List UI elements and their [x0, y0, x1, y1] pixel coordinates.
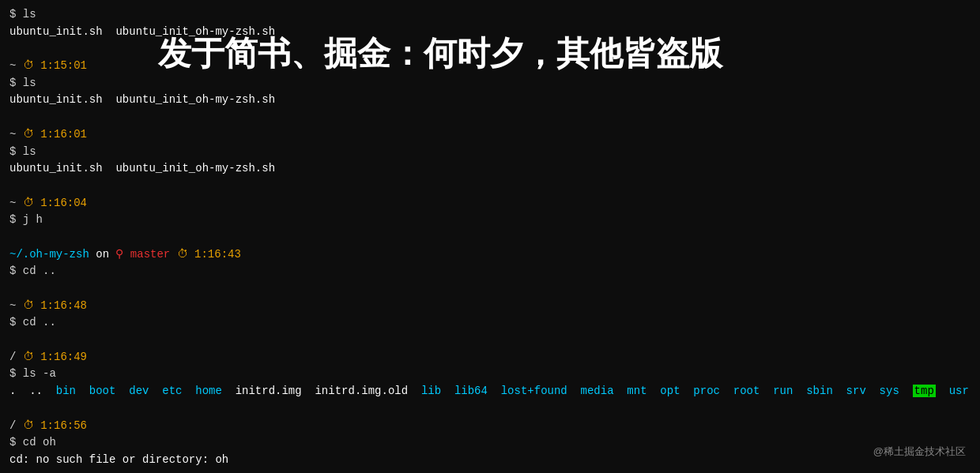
line-8: ubuntu_init.sh ubuntu_init_oh-my-zsh.sh — [9, 160, 971, 178]
line-blank-7 — [9, 400, 971, 418]
line-17: . .. bin boot dev etc home initrd.img in… — [9, 383, 971, 400]
line-blank-5 — [9, 280, 971, 298]
line-14: $ cd .. — [9, 314, 971, 332]
line-20: cd: no such file or directory: oh — [9, 452, 971, 469]
line-11: ~/.oh-my-zsh on ⚲ master ⏱ 1:16:43 — [9, 246, 971, 264]
line-blank-2 — [9, 109, 971, 126]
line-1: $ ls — [9, 6, 971, 24]
line-blank-3 — [9, 178, 971, 195]
line-4: $ ls — [9, 75, 971, 92]
line-6: ~ ⏱ 1:16:01 — [9, 126, 971, 144]
watermark: @稀土掘金技术社区 — [873, 445, 966, 459]
line-19: $ cd oh — [9, 434, 971, 452]
line-15: / ⏱ 1:16:49 — [9, 349, 971, 366]
line-9: ~ ⏱ 1:16:04 — [9, 195, 971, 212]
line-13: ~ ⏱ 1:16:48 — [9, 298, 971, 315]
line-10: $ j h — [9, 212, 971, 229]
line-blank-6 — [9, 332, 971, 349]
line-7: $ ls — [9, 144, 971, 161]
line-blank-4 — [9, 229, 971, 246]
line-18: / ⏱ 1:16:56 — [9, 418, 971, 435]
line-12: $ cd .. — [9, 263, 971, 280]
overlay-text: 发于简书、掘金：何时夕，其他皆盗版 — [158, 32, 722, 76]
line-blank-8 — [9, 469, 971, 473]
line-5: ubuntu_init.sh ubuntu_init_oh-my-zsh.sh — [9, 92, 971, 109]
line-16: $ ls -a — [9, 366, 971, 383]
